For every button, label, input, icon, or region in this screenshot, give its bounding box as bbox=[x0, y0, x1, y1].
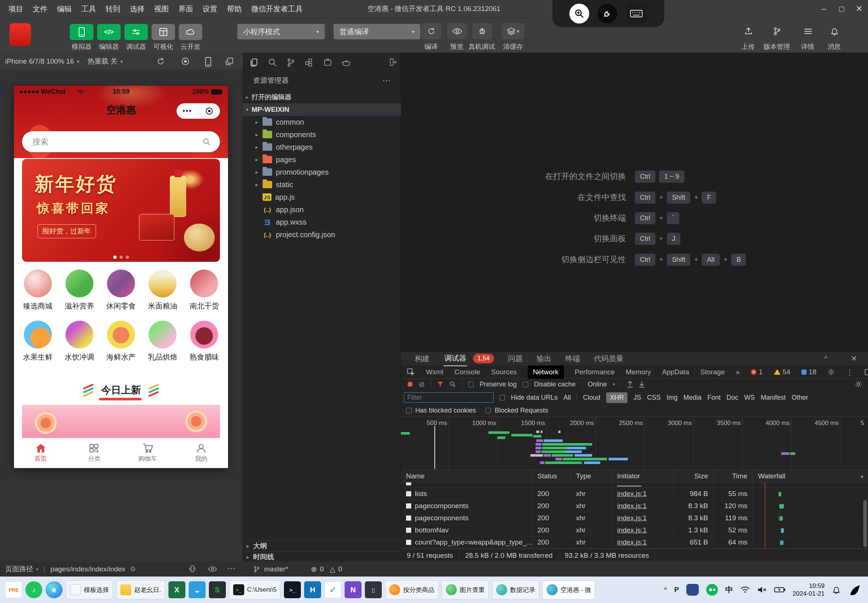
tree-open-editors[interactable]: ▸ 打开的编辑器 bbox=[243, 91, 401, 103]
copy-path-icon[interactable]: ⧉ bbox=[131, 565, 135, 573]
menu-help[interactable]: 帮助 bbox=[222, 4, 246, 14]
tab-sources[interactable]: Sources bbox=[491, 368, 517, 376]
col-status[interactable]: Status bbox=[532, 470, 571, 482]
menu-select[interactable]: 选择 bbox=[125, 4, 149, 14]
tab-problems[interactable]: 问题 bbox=[508, 354, 523, 363]
tray-wechat-icon[interactable] bbox=[706, 584, 718, 596]
close-panel-icon[interactable]: ✕ bbox=[851, 354, 857, 363]
preserve-log-checkbox[interactable] bbox=[468, 382, 474, 387]
menu-view[interactable]: 视图 bbox=[149, 4, 173, 14]
tree-file-appwxss[interactable]: ヨapp.wxss bbox=[243, 216, 401, 228]
upload-button[interactable] bbox=[738, 23, 758, 39]
taskbar-phone-link-icon[interactable]: ▯ bbox=[365, 581, 382, 598]
col-time[interactable]: Time bbox=[713, 470, 753, 482]
initiator-link[interactable]: index.js:1 bbox=[617, 490, 647, 498]
category-item[interactable]: 乳品烘焙 bbox=[143, 321, 182, 362]
request-row[interactable]: pagecomponents 200 xhr index.js:1 8.3 kB… bbox=[401, 500, 868, 512]
throttling-dropdown[interactable]: Online bbox=[588, 380, 607, 388]
status-more-icon[interactable]: ⋯ bbox=[227, 564, 235, 573]
menu-file[interactable]: 文件 bbox=[28, 4, 52, 14]
category-item[interactable]: 米面粮油 bbox=[143, 269, 182, 311]
col-name[interactable]: Name bbox=[401, 470, 532, 482]
extensions-icon[interactable] bbox=[305, 58, 314, 67]
compile-button[interactable] bbox=[421, 23, 441, 39]
export-har-icon[interactable] bbox=[639, 381, 645, 388]
category-item[interactable]: 滋补营养 bbox=[60, 269, 99, 311]
tab-profile[interactable]: 我的 bbox=[175, 438, 228, 468]
device-debug-button[interactable] bbox=[472, 23, 492, 39]
table-scrollbar[interactable] bbox=[863, 500, 867, 547]
filter-img[interactable]: Img bbox=[667, 394, 678, 402]
initiator-link[interactable]: index.js:1 bbox=[617, 526, 647, 534]
filter-other[interactable]: Other bbox=[792, 394, 808, 402]
timeline-section[interactable]: ▸ 时间线 bbox=[243, 551, 401, 562]
collapse-panel-icon[interactable]: ^ bbox=[824, 355, 827, 363]
details-button[interactable] bbox=[798, 23, 818, 39]
problems-status[interactable]: ⊗ 0 △ 0 bbox=[311, 561, 342, 577]
tray-expand-icon[interactable]: ^ bbox=[664, 586, 667, 594]
tab-network[interactable]: Network bbox=[528, 365, 564, 379]
tab-code-quality[interactable]: 代码质量 bbox=[594, 354, 624, 363]
maximize-button[interactable]: ▢ bbox=[833, 0, 850, 18]
taskbar-vscode-icon[interactable]: ⌄ bbox=[189, 581, 206, 598]
version-control-button[interactable] bbox=[767, 23, 787, 39]
promo-banner[interactable]: 新年好货 惊喜带回家 囤好货，过新年 bbox=[22, 159, 220, 262]
tray-clock[interactable]: 10:59 2024-01-21 bbox=[792, 582, 825, 597]
tree-folder-otherpages[interactable]: ▸otherpages bbox=[243, 141, 401, 153]
devtools-settings-icon[interactable] bbox=[828, 368, 835, 376]
more-menu-button[interactable]: ••• bbox=[176, 107, 198, 115]
col-initiator[interactable]: Initiator bbox=[612, 470, 674, 482]
request-row[interactable]: pagecomponents 200 xhr index.js:1 8.3 kB… bbox=[401, 512, 868, 524]
filter-manifest[interactable]: Manifest bbox=[761, 394, 786, 402]
filter-ws[interactable]: WS bbox=[744, 394, 755, 402]
category-item[interactable]: 熟食腊味 bbox=[185, 321, 224, 362]
taskbar-window-template-picker[interactable]: 模板选择 bbox=[66, 580, 113, 599]
tree-folder-common[interactable]: ▸common bbox=[243, 116, 401, 128]
simulator-toggle-button[interactable] bbox=[70, 24, 93, 40]
taskbar-green-app-icon[interactable]: ♪ bbox=[25, 581, 42, 598]
col-size[interactable]: Size bbox=[674, 470, 713, 482]
taskbar-n-app-icon[interactable]: N bbox=[345, 581, 362, 598]
new-today-product-banner[interactable] bbox=[22, 405, 220, 438]
initiator-link[interactable]: index.js:1 bbox=[617, 538, 647, 546]
npm-icon[interactable] bbox=[323, 58, 333, 67]
tab-category[interactable]: 分类 bbox=[68, 438, 121, 468]
tab-cart[interactable]: 购物车 bbox=[121, 438, 175, 468]
outline-section[interactable]: ▸ 大纲 bbox=[243, 540, 401, 551]
git-icon[interactable] bbox=[286, 58, 296, 67]
editor-toggle-button[interactable]: </> bbox=[97, 24, 121, 40]
teapot-icon[interactable] bbox=[341, 58, 351, 67]
filter-media[interactable]: Media bbox=[683, 394, 701, 402]
refresh-simulator-icon[interactable] bbox=[156, 57, 165, 66]
tab-debugger[interactable]: 调试器 bbox=[444, 351, 467, 366]
tab-wxml[interactable]: Wxml bbox=[426, 368, 443, 376]
tab-storage[interactable]: Storage bbox=[700, 368, 725, 376]
taskbar-check-app-icon[interactable]: ✓ bbox=[324, 581, 341, 598]
minimize-button[interactable]: – bbox=[815, 0, 833, 18]
tab-terminal[interactable]: 终端 bbox=[565, 354, 580, 363]
error-counter[interactable]: ✕ 1 bbox=[751, 368, 763, 376]
taskbar-window-image-check[interactable]: 图片查重 bbox=[442, 580, 489, 599]
ime-indicator[interactable]: 中 bbox=[725, 584, 733, 595]
taskbar-window-category-goods[interactable]: 按分类商品 bbox=[385, 580, 438, 599]
info-counter[interactable]: 18 bbox=[801, 368, 817, 376]
category-item[interactable]: 水饮冲调 bbox=[60, 321, 99, 362]
eye-icon[interactable] bbox=[208, 566, 217, 573]
tab-appdata[interactable]: AppData bbox=[662, 368, 689, 376]
category-item[interactable]: 休闲零食 bbox=[102, 269, 141, 311]
taskbar-window-data-records[interactable]: 数据记录 bbox=[492, 580, 539, 599]
tree-folder-promotionpages[interactable]: ▸promotionpages bbox=[243, 166, 401, 178]
tree-file-projectconfig[interactable]: {..}project.config.json bbox=[243, 228, 401, 241]
filter-funnel-icon[interactable] bbox=[437, 381, 444, 388]
tab-performance[interactable]: Performance bbox=[575, 368, 615, 376]
category-item[interactable]: 水果生鲜 bbox=[19, 321, 57, 362]
tree-project-root[interactable]: ▾ MP-WEIXIN bbox=[243, 103, 401, 116]
request-row[interactable]: bottomNav 200 xhr index.js:1 1.3 kB 52 m… bbox=[401, 524, 868, 537]
tree-file-appjson[interactable]: {..}app.json bbox=[243, 203, 401, 216]
git-branch-status[interactable]: master* bbox=[253, 561, 288, 577]
hot-reload-dropdown[interactable]: 热重载 关 ▾ bbox=[88, 53, 123, 70]
blocked-requests-checkbox[interactable] bbox=[486, 408, 491, 413]
blocked-cookies-checkbox[interactable] bbox=[406, 408, 412, 413]
network-settings-icon[interactable] bbox=[855, 380, 862, 388]
menu-goto[interactable]: 转到 bbox=[101, 4, 125, 14]
